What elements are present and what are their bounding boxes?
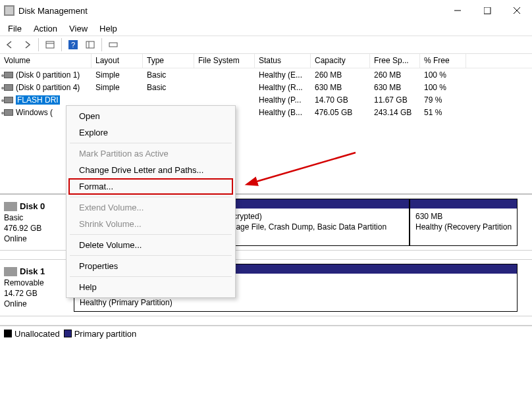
toolbar-button-1[interactable]	[43, 37, 57, 52]
volume-list-header: VolumeLayoutTypeFile SystemStatusCapacit…	[0, 54, 532, 68]
cell: 260 MB	[311, 70, 370, 80]
context-separator	[70, 276, 232, 277]
legend-swatch-primary	[64, 330, 72, 337]
cell: Simple	[92, 82, 143, 93]
toolbar: ?	[0, 36, 532, 54]
cell: Healthy (R...	[255, 82, 311, 93]
cell: 11.67 GB	[370, 95, 420, 105]
cell: Healthy (B...	[255, 107, 311, 118]
back-button[interactable]	[3, 37, 17, 52]
menu-action[interactable]: Action	[28, 22, 63, 35]
svg-text:?: ?	[71, 41, 75, 49]
legend-swatch-unallocated	[4, 330, 12, 337]
column-header[interactable]: Capacity	[311, 54, 370, 68]
partition-desc: Healthy (Primary Partition)	[80, 297, 512, 308]
disk-status: Online	[4, 234, 70, 244]
cell: 243.14 GB	[370, 107, 420, 118]
cell	[194, 99, 255, 101]
toolbar-button-2[interactable]	[83, 37, 97, 52]
cell: (Disk 0 partition 4)	[0, 82, 92, 93]
cell: (Disk 0 partition 1)	[0, 70, 92, 80]
disk-status: Online	[4, 299, 70, 309]
context-item-format[interactable]: Format...	[68, 178, 233, 195]
cell: Healthy (E...	[255, 70, 311, 80]
context-item-properties[interactable]: Properties	[68, 258, 233, 274]
cell: FLASH DRI	[0, 95, 92, 105]
partition[interactable]: 630 MBHealthy (Recovery Partition	[410, 199, 518, 246]
column-header[interactable]: Layout	[92, 54, 143, 68]
close-button[interactable]	[502, 1, 532, 20]
context-item-extend-volume: Extend Volume...	[68, 199, 233, 216]
legend-unallocated-label: Unallocated	[14, 329, 60, 339]
partition-sub: 630 MB	[415, 211, 512, 222]
cell: 630 MB	[370, 82, 420, 93]
cell: 260 MB	[370, 70, 420, 80]
menu-file[interactable]: File	[3, 22, 27, 35]
volume-icon	[4, 97, 13, 103]
toolbar-button-3[interactable]	[106, 37, 120, 52]
cell: 51 %	[420, 107, 466, 118]
cell	[194, 74, 255, 76]
cell: 630 MB	[311, 82, 370, 93]
titlebar: Disk Management	[0, 0, 532, 21]
context-item-shrink-volume: Shrink Volume...	[68, 216, 233, 232]
help-button[interactable]: ?	[66, 37, 80, 52]
cell: 79 %	[420, 95, 466, 105]
minimize-button[interactable]	[443, 1, 473, 20]
menu-view[interactable]: View	[64, 22, 93, 35]
context-item-mark-partition-as-active: Mark Partition as Active	[68, 145, 233, 162]
column-header[interactable]: Free Sp...	[370, 54, 420, 68]
column-header[interactable]: Status	[255, 54, 311, 68]
app-icon	[4, 5, 14, 16]
cell	[92, 99, 143, 101]
window-title: Disk Management	[18, 6, 88, 16]
disk-icon	[4, 202, 17, 211]
svg-rect-4	[46, 41, 54, 48]
context-menu[interactable]: OpenExploreMark Partition as ActiveChang…	[66, 105, 236, 298]
column-header[interactable]: Volume	[0, 54, 92, 68]
menubar: FileActionViewHelp	[0, 21, 532, 36]
cell: 100 %	[420, 82, 466, 93]
disk-size: 476.92 GB	[4, 223, 70, 234]
maximize-button[interactable]	[473, 1, 502, 20]
legend: Unallocated Primary partition	[0, 326, 532, 341]
cell: Basic	[143, 70, 194, 80]
volume-row[interactable]: FLASH DRIHealthy (P...14.70 GB11.67 GB79…	[0, 93, 532, 106]
disk-label: Disk 0	[20, 201, 45, 211]
disk-label: Disk 1	[20, 266, 45, 276]
disk-spacer	[0, 316, 532, 326]
column-header[interactable]: Type	[143, 54, 194, 68]
cell: Healthy (P...	[255, 95, 311, 105]
column-header[interactable]: % Free	[420, 54, 466, 68]
volume-row[interactable]: (Disk 0 partition 1)SimpleBasicHealthy (…	[0, 68, 532, 81]
context-separator	[70, 255, 232, 256]
cell	[143, 99, 194, 101]
volume-row[interactable]: (Disk 0 partition 4)SimpleBasicHealthy (…	[0, 81, 532, 93]
forward-button[interactable]	[20, 37, 34, 52]
svg-rect-10	[109, 43, 117, 47]
context-separator	[70, 143, 232, 143]
cell: Simple	[92, 70, 143, 80]
context-item-delete-volume[interactable]: Delete Volume...	[68, 237, 233, 253]
svg-rect-1	[484, 7, 491, 14]
volume-icon	[4, 72, 13, 78]
volume-icon	[4, 84, 13, 91]
disk-icon	[4, 267, 17, 276]
partition-desc: Healthy (Recovery Partition	[415, 222, 512, 232]
cell	[194, 87, 255, 88]
context-separator	[70, 197, 232, 197]
column-header[interactable]: File System	[194, 54, 255, 68]
cell: Basic	[143, 82, 194, 93]
disk-size: 14.72 GB	[4, 288, 70, 299]
cell: 14.70 GB	[311, 95, 370, 105]
cell: 100 %	[420, 70, 466, 80]
context-item-help[interactable]: Help	[68, 279, 233, 295]
annotation-arrow	[250, 146, 362, 201]
context-item-change-drive-letter-and-paths[interactable]: Change Drive Letter and Paths...	[68, 162, 233, 178]
svg-rect-8	[86, 41, 94, 48]
volume-icon	[4, 109, 13, 116]
svg-line-11	[254, 153, 356, 182]
context-item-open[interactable]: Open	[68, 108, 233, 124]
menu-help[interactable]: Help	[94, 22, 122, 35]
context-item-explore[interactable]: Explore	[68, 124, 233, 141]
